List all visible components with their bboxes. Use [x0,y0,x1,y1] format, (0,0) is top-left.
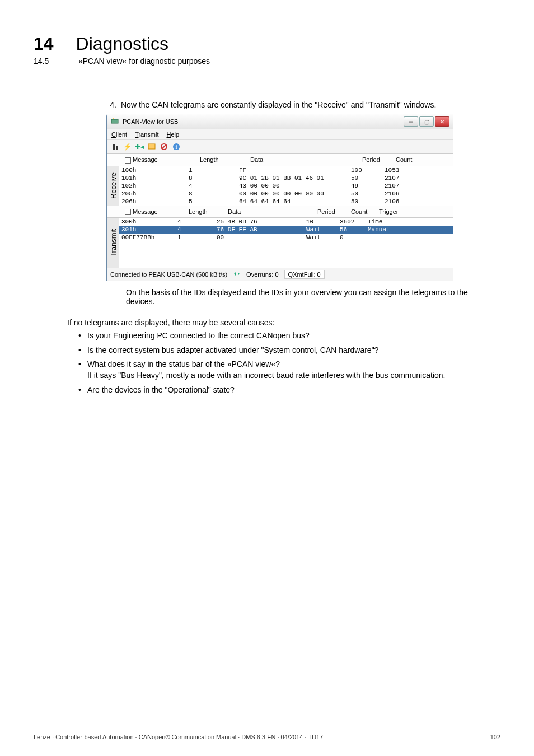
receive-tab[interactable]: Receive [107,166,119,206]
paragraph-causes: If no telegrams are displayed, there may… [67,318,489,327]
svg-rect-2 [113,144,115,150]
connection-icon [233,270,241,278]
transmit-tab[interactable]: Transmit [107,218,119,268]
close-button[interactable]: ✕ [435,116,449,127]
receive-rows: 100h1FF1001053101h89C 01 2B 01 BB 01 46 … [119,166,453,206]
svg-rect-4 [148,144,155,149]
step-number: 4. [106,100,116,109]
svg-rect-0 [111,119,118,123]
svg-line-6 [162,144,166,149]
transmit-rows: 300h425 4B 0D 76103602Time301h476 DF FF … [119,218,453,268]
svg-text:i: i [176,144,177,150]
status-overruns: Overruns: 0 [246,271,278,278]
col-count[interactable]: Count [396,156,429,164]
col-period[interactable]: Period [362,156,396,164]
menu-help[interactable]: Help [167,131,180,138]
forbidden-icon[interactable] [160,142,168,151]
list-item: Are the devices in the "Operational" sta… [78,385,500,396]
table-row[interactable]: 300h425 4B 0D 76103602Time [119,218,453,226]
status-connected: Connected to PEAK USB-CAN (500 kBit/s) [110,271,227,278]
list-item: Is the correct system bus adapter activa… [78,345,500,356]
after-window-text: On the basis of the IDs displayed and th… [126,288,489,306]
col-trigger-tx[interactable]: Trigger [379,208,410,216]
list-item: Is your Engineering PC connected to the … [78,330,500,342]
receive-header: Message Length Data Period Count [107,154,453,166]
table-row[interactable]: 101h89C 01 2B 01 BB 01 46 01502107 [119,174,453,182]
svg-rect-1 [113,118,114,119]
col-data-tx[interactable]: Data [228,208,317,216]
menubar: Client Transmit Help [107,129,453,140]
separator: _ _ _ _ _ _ _ _ _ _ _ _ _ _ _ _ _ _ _ _ … [34,81,500,90]
toolbar: ⚡ ✚◂ i [107,140,453,154]
col-period-tx[interactable]: Period [317,208,351,216]
app-icon [110,116,119,127]
svg-rect-3 [116,146,118,150]
section-number: 14.5 [34,57,56,66]
step-text: Now the CAN telegrams are constantly dis… [121,100,436,109]
col-count-tx[interactable]: Count [351,208,379,216]
receive-header-checkbox[interactable] [125,157,131,164]
menu-transmit[interactable]: Transmit [135,131,158,138]
lightning-icon[interactable]: ⚡ [123,142,132,151]
titlebar[interactable]: PCAN-View for USB ━ ▢ ✕ [107,114,453,129]
list-item: What does it say in the status bar of th… [78,359,500,381]
bullet-list: Is your Engineering PC connected to the … [78,330,500,395]
statusbar: Connected to PEAK USB-CAN (500 kBit/s) O… [107,268,453,281]
footer-left: Lenze · Controller-based Automation · CA… [34,734,323,740]
menu-client[interactable]: Client [111,131,127,138]
status-qxmit: QXmtFull: 0 [284,270,325,279]
window-title: PCAN-View for USB [123,118,404,125]
table-row[interactable]: 206h564 64 64 64 64502106 [119,198,453,206]
table-row[interactable]: 205h800 00 00 00 00 00 00 00502106 [119,190,453,198]
footer-right: 102 [490,734,500,740]
chapter-number: 14 [34,34,54,54]
table-row[interactable]: 102h443 00 00 00492107 [119,182,453,190]
transmit-header: Message Length Data Period Count Trigger [107,206,453,218]
maximize-button[interactable]: ▢ [419,116,434,127]
pcan-window: PCAN-View for USB ━ ▢ ✕ Client Transmit … [106,114,453,281]
add-icon[interactable]: ✚◂ [135,142,144,151]
transmit-header-checkbox[interactable] [125,209,131,215]
section-title: »PCAN view« for diagnostic purposes [78,57,210,66]
minimize-button[interactable]: ━ [404,116,418,127]
connect-icon[interactable] [110,142,119,151]
table-row[interactable]: 100h1FF1001053 [119,166,453,174]
col-length-tx[interactable]: Length [189,208,228,216]
chapter-title: Diagnostics [76,34,168,54]
table-row[interactable]: 301h476 DF FF ABWait56Manual [119,226,453,234]
table-row[interactable]: 00FF77BBh100Wait0 [119,234,453,241]
col-message-tx[interactable]: Message [133,208,189,216]
col-message[interactable]: Message [133,156,200,164]
info-icon[interactable]: i [172,142,181,151]
message-icon[interactable] [147,142,156,151]
col-length[interactable]: Length [200,156,250,164]
col-data[interactable]: Data [250,156,362,164]
